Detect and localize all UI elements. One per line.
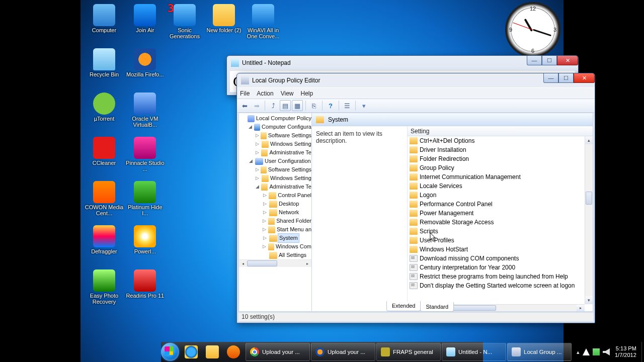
expand-toggle[interactable]: ▷ xyxy=(255,131,259,140)
pinned-wmp[interactable] xyxy=(223,343,244,361)
expand-toggle[interactable]: ◢ xyxy=(248,157,254,165)
start-button[interactable] xyxy=(161,342,179,362)
desktop-icon[interactable]: Computer xyxy=(85,1,124,45)
expand-toggle[interactable]: ▷ xyxy=(255,148,260,157)
tree-node[interactable]: ▷Software Settings xyxy=(239,165,311,174)
desktop-icon[interactable]: Defraggler xyxy=(85,222,124,266)
scrollbar-thumb[interactable] xyxy=(586,192,592,205)
desktop-icon[interactable]: New folder (2) xyxy=(204,1,244,45)
taskbar-button[interactable]: Local Group ... xyxy=(507,343,572,361)
volume-icon[interactable] xyxy=(603,348,610,355)
taskbar[interactable]: Upload your ...Upload your ...FRAPS gene… xyxy=(161,342,483,362)
desktop-icon[interactable]: Readiris Pro 11 xyxy=(125,266,165,311)
tree-node[interactable]: ◢User Configuration xyxy=(239,157,311,165)
list-item[interactable]: Group Policy xyxy=(408,163,585,172)
menu-action[interactable]: Action xyxy=(257,90,273,97)
tree-node[interactable]: ▷Windows Setting xyxy=(239,174,311,183)
expand-toggle[interactable]: ▷ xyxy=(262,191,267,200)
desktop-icon[interactable]: COWON Media Cent... xyxy=(85,178,124,222)
desktop-icon[interactable]: Join Air xyxy=(125,1,165,45)
expand-toggle[interactable]: ▷ xyxy=(262,208,268,217)
desktop-icon[interactable]: Pinnacle Studio ... xyxy=(125,134,165,178)
desktop-icon[interactable]: CCleaner xyxy=(85,134,124,178)
desktop-icon[interactable]: Easy Photo Recovery xyxy=(85,266,124,311)
gpedit-window[interactable]: Local Group Policy Editor — ☐ ✕ FileActi… xyxy=(236,73,595,323)
tree-node[interactable]: ◢Administrative Te xyxy=(239,183,311,191)
tree-node[interactable]: ▷Control Panel xyxy=(239,191,311,200)
system-tray[interactable]: ▴ 5:13 PM 1/7/2012 xyxy=(574,342,641,362)
tree-node[interactable]: ▷Network xyxy=(239,208,311,217)
expand-toggle[interactable]: ▷ xyxy=(262,225,267,234)
minimize-button[interactable]: — xyxy=(543,73,558,83)
view-tabs[interactable]: Extended Standard xyxy=(386,301,453,311)
list-item[interactable]: Scripts xyxy=(408,227,585,236)
tree-node[interactable]: ◢Computer Configura xyxy=(239,123,311,131)
expand-toggle[interactable]: ▷ xyxy=(262,242,267,251)
tree-node[interactable]: All Settings xyxy=(239,251,311,259)
expand-toggle[interactable]: ▷ xyxy=(255,174,260,183)
tree-node[interactable]: Local Computer Policy xyxy=(239,114,311,123)
expand-toggle[interactable]: ▷ xyxy=(255,165,259,174)
desktop-icon[interactable]: Mozilla Firefo... xyxy=(125,45,165,89)
list-item[interactable]: Locale Services xyxy=(408,182,585,191)
tree-h-scrollbar[interactable]: ◂ ▸ xyxy=(239,259,311,267)
menu-view[interactable]: View xyxy=(281,90,294,97)
list-v-scrollbar[interactable]: ▴ ▾ xyxy=(585,136,593,304)
close-button[interactable]: ✕ xyxy=(574,73,595,83)
back-button[interactable]: ⬅ xyxy=(239,100,250,111)
list-item[interactable]: Internet Communication Management xyxy=(408,172,585,182)
list-item[interactable]: Download missing COM components xyxy=(408,254,585,263)
tab-standard[interactable]: Standard xyxy=(420,302,454,312)
tree-node[interactable]: ▷Windows Setting xyxy=(239,140,311,148)
maximize-button[interactable]: ☐ xyxy=(542,56,557,65)
list-item[interactable]: Driver Installation xyxy=(408,145,585,154)
action-center-icon[interactable] xyxy=(583,348,590,355)
desktop-icon[interactable]: WinAVI All in One Conve... xyxy=(244,1,283,45)
list-item[interactable]: Windows HotStart xyxy=(408,245,585,254)
up-button[interactable]: ⤴ xyxy=(268,100,279,111)
wifi-icon[interactable] xyxy=(593,348,600,355)
policy-tree[interactable]: Local Computer Policy◢Computer Configura… xyxy=(239,113,312,311)
filter-button[interactable]: ▾ xyxy=(358,100,369,111)
tree-node[interactable]: ▷Administrative Te xyxy=(239,148,311,157)
expand-toggle[interactable]: ▷ xyxy=(255,140,260,148)
desktop-icon[interactable]: Platinum Hide I... xyxy=(125,178,165,222)
desktop-icon[interactable]: Recycle Bin xyxy=(85,45,124,89)
forward-button[interactable]: ➡ xyxy=(251,100,262,111)
tree-node[interactable]: ▷System xyxy=(239,234,311,242)
column-header-setting[interactable]: Setting xyxy=(408,126,593,136)
minimize-button[interactable]: — xyxy=(527,56,542,65)
expand-toggle[interactable]: ▷ xyxy=(262,217,267,225)
help-button[interactable]: ? xyxy=(325,100,336,111)
options-button[interactable]: ☰ xyxy=(342,100,353,111)
tray-overflow-button[interactable]: ▴ xyxy=(577,349,580,355)
expand-toggle[interactable]: ▷ xyxy=(262,200,268,208)
list-item[interactable]: Power Management xyxy=(408,209,585,218)
taskbar-button[interactable]: FRAPS general xyxy=(376,343,441,361)
list-item[interactable]: Logon xyxy=(408,191,585,200)
taskbar-button[interactable]: Untitled - N... xyxy=(442,343,506,361)
properties-button[interactable]: ▦ xyxy=(292,100,303,111)
gpedit-titlebar[interactable]: Local Group Policy Editor — ☐ ✕ xyxy=(237,73,595,87)
list-item[interactable]: Restrict these programs from being launc… xyxy=(408,272,585,281)
desktop-icon[interactable]: Oracle VM VirtualB... xyxy=(125,89,165,134)
show-desktop-button[interactable] xyxy=(641,342,642,362)
taskbar-button[interactable]: Upload your ... xyxy=(311,343,375,361)
menubar[interactable]: FileActionViewHelp xyxy=(237,87,595,99)
taskbar-button[interactable]: Upload your ... xyxy=(246,343,310,361)
desktop-icon[interactable]: PowerI... xyxy=(125,222,165,266)
export-button[interactable]: ⎘ xyxy=(308,100,319,111)
menu-help[interactable]: Help xyxy=(301,90,313,97)
taskbar-clock[interactable]: 5:13 PM 1/7/2012 xyxy=(613,345,638,358)
tree-node[interactable]: ▷Shared Folder xyxy=(239,217,311,225)
desktop-icon[interactable]: µTorrent xyxy=(85,89,124,134)
expand-toggle[interactable]: ◢ xyxy=(255,183,260,191)
pinned-explorer[interactable] xyxy=(202,343,222,361)
tree-node[interactable]: ▷Start Menu an xyxy=(239,225,311,234)
expand-toggle[interactable]: ▷ xyxy=(262,234,268,242)
list-item[interactable]: Removable Storage Access xyxy=(408,218,585,227)
list-item[interactable]: User Profiles xyxy=(408,236,585,245)
pinned-ie[interactable] xyxy=(181,343,201,361)
list-item[interactable]: Folder Redirection xyxy=(408,154,585,163)
tree-node[interactable]: ▷Software Settings xyxy=(239,131,311,140)
